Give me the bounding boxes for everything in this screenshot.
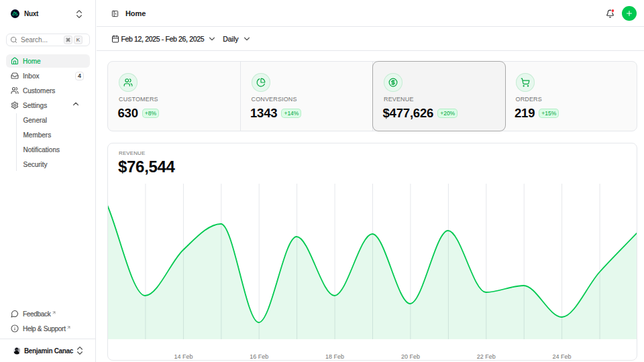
svg-text:22 Feb: 22 Feb [477,353,496,360]
svg-text:18 Feb: 18 Feb [325,353,344,360]
svg-text:24 Feb: 24 Feb [553,353,572,360]
svg-text:20 Feb: 20 Feb [401,353,420,360]
svg-text:16 Feb: 16 Feb [250,353,268,360]
svg-text:14 Feb: 14 Feb [174,353,193,360]
